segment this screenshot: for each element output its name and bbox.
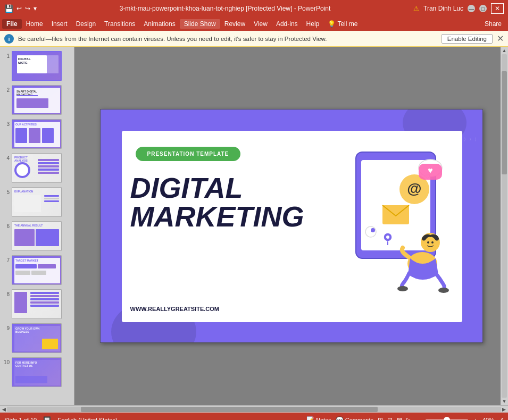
- protected-bar-close[interactable]: ✕: [497, 33, 504, 44]
- vertical-scrollbar[interactable]: ▲ ▼: [501, 47, 508, 405]
- status-right: 📝 Notes 💬 Comments ⊞ ⊟ ⊠ ▷ － ＋ 40% ⤢: [306, 416, 504, 421]
- slide-thumb-4[interactable]: 4 PRODUCTANALYSIS: [0, 151, 74, 185]
- slide-num-5: 5: [3, 187, 10, 195]
- svg-point-14: [427, 241, 429, 243]
- slide-preview-5: EXPLANATION: [12, 187, 62, 217]
- slide-url: WWW.REALLYGREATSITE.COM: [130, 305, 219, 313]
- view-normal-icon[interactable]: ⊞: [378, 416, 383, 420]
- enable-editing-button[interactable]: Enable Editing: [442, 34, 493, 44]
- status-bar: Slide 1 of 10 🔲 English (United States) …: [0, 413, 508, 420]
- fit-slide-icon[interactable]: ⤢: [498, 416, 504, 420]
- protected-view-message: Be careful—files from the Internet can c…: [18, 36, 437, 42]
- slide-title: DIGITAL MARKETING: [130, 173, 304, 231]
- scroll-track-horizontal: [7, 407, 501, 412]
- slide-thumb-6[interactable]: 6 THE ANNUAL RESULT: [0, 219, 74, 253]
- slide-preview-9: GROW YOUR OWNBUSINESS: [12, 323, 62, 353]
- slide-thumb-3[interactable]: 3 OUR ACTIVITIES: [0, 117, 74, 151]
- scroll-thumb-vertical[interactable]: [502, 71, 507, 174]
- info-icon: i: [4, 34, 14, 44]
- view-slide-sorter-icon[interactable]: ⊟: [387, 416, 393, 420]
- minimize-button[interactable]: —: [468, 5, 475, 12]
- insert-menu[interactable]: Insert: [47, 19, 72, 29]
- view-presenter-icon[interactable]: ▷: [406, 416, 411, 420]
- slide-white-area: PRESENTATION TEMPLATE DIGITAL MARKETING …: [122, 131, 462, 322]
- title-bar: 💾 ↩ ↪ ▾ 3-mkt-mau-powerpoint-khoa-luan-t…: [0, 0, 508, 17]
- svg-point-15: [431, 241, 434, 243]
- slide-preview-2: SMART DIGITALMARKETING: [12, 85, 62, 115]
- redo-icon[interactable]: ↪: [25, 5, 30, 12]
- status-left: Slide 1 of 10 🔲 English (United States): [4, 416, 118, 420]
- undo-icon[interactable]: ↩: [16, 5, 22, 12]
- slide-thumb-10[interactable]: 10 FOR MORE INFOCONTACT US: [0, 355, 74, 389]
- comments-button[interactable]: 💬 Comments: [336, 416, 373, 420]
- share-button[interactable]: Share: [480, 19, 506, 29]
- slide-num-8: 8: [3, 289, 10, 297]
- slide-illustration: @: [324, 136, 457, 306]
- warning-icon: ⚠: [413, 5, 419, 12]
- save-icon[interactable]: 💾: [4, 4, 13, 13]
- slide-num-3: 3: [3, 119, 10, 127]
- slide-preview-6: THE ANNUAL RESULT: [12, 221, 62, 251]
- file-menu[interactable]: File: [2, 19, 22, 29]
- slide-panel: 1 DIGITALMKTG 2 SMART DIGITALMARKETING 3…: [0, 47, 74, 405]
- slide-thumb-7[interactable]: 7 TARGET MARKET: [0, 253, 74, 287]
- svg-point-18: [365, 226, 376, 237]
- addins-menu[interactable]: Add-ins: [272, 19, 302, 29]
- slide-thumb-9[interactable]: 9 GROW YOUR OWNBUSINESS: [0, 321, 74, 355]
- svg-point-6: [386, 236, 389, 239]
- scroll-right-arrow[interactable]: ▶: [501, 407, 507, 412]
- transitions-menu[interactable]: Transitions: [100, 19, 139, 29]
- svg-text:♥: ♥: [428, 166, 433, 175]
- scroll-thumb-horizontal[interactable]: [81, 407, 377, 412]
- review-menu[interactable]: Review: [220, 19, 249, 29]
- notes-icon: 📝: [306, 416, 314, 420]
- slide-thumb-1[interactable]: 1 DIGITALMKTG: [0, 49, 74, 83]
- svg-point-19: [371, 228, 375, 232]
- window-title: 3-mkt-mau-powerpoint-khoa-luan-tot-nghie…: [37, 5, 413, 12]
- zoom-thumb: [444, 417, 450, 420]
- notes-button[interactable]: 📝 Notes: [306, 416, 331, 420]
- title-bar-right: ⚠ Tran Dinh Luc — □ ✕: [413, 3, 504, 14]
- username: Tran Dinh Luc: [423, 5, 463, 12]
- close-button[interactable]: ✕: [491, 3, 504, 14]
- slide-num-10: 10: [3, 357, 10, 365]
- svg-point-17: [438, 288, 449, 293]
- slide-num-1: 1: [3, 51, 10, 59]
- zoom-in-icon[interactable]: ＋: [472, 416, 478, 421]
- ribbon-menu-bar: File Home Insert Design Transitions Anim…: [0, 17, 508, 31]
- maximize-button[interactable]: □: [479, 5, 487, 12]
- zoom-out-icon[interactable]: －: [415, 416, 421, 421]
- scroll-left-arrow[interactable]: ◀: [1, 407, 7, 412]
- slide-preview-4: PRODUCTANALYSIS: [12, 153, 62, 183]
- svg-point-16: [397, 286, 408, 291]
- slide-num-7: 7: [3, 255, 10, 263]
- slide-thumb-8[interactable]: 8: [0, 287, 74, 321]
- slide-preview-8: [12, 289, 62, 319]
- slide-preview-3: OUR ACTIVITIES: [12, 119, 62, 149]
- home-menu[interactable]: Home: [22, 19, 47, 29]
- slide-num-6: 6: [3, 221, 10, 229]
- view-menu[interactable]: View: [249, 19, 272, 29]
- view-reading-icon[interactable]: ⊠: [397, 416, 402, 420]
- slideshow-menu[interactable]: Slide Show: [180, 19, 220, 29]
- canvas-area: 〉〉〉〉〉〉〉〉〉〉〉〉〉〉〉〉〉〉〉〉〉〉〉〉〉〉〉〉〉〉〉〉〉〉〉〉〉〉〉〉…: [74, 47, 508, 405]
- slide-num-2: 2: [3, 85, 10, 93]
- animations-menu[interactable]: Animations: [139, 19, 179, 29]
- slide-info: Slide 1 of 10: [4, 417, 37, 420]
- slide-thumb-5[interactable]: 5 EXPLANATION: [0, 185, 74, 219]
- language: English (United States): [57, 417, 118, 420]
- comments-icon: 💬: [336, 416, 344, 420]
- design-menu[interactable]: Design: [72, 19, 100, 29]
- slide-num-4: 4: [3, 153, 10, 161]
- slide-canvas: 〉〉〉〉〉〉〉〉〉〉〉〉〉〉〉〉〉〉〉〉〉〉〉〉〉〉〉〉〉〉〉〉〉〉〉〉〉〉〉〉…: [100, 109, 483, 343]
- tell-me[interactable]: 💡 Tell me: [323, 19, 362, 29]
- title-bar-left: 💾 ↩ ↪ ▾: [4, 4, 37, 13]
- horizontal-scrollbar[interactable]: ◀ ▶: [0, 405, 508, 413]
- protected-view-bar: i Be careful—files from the Internet can…: [0, 31, 508, 47]
- slide-preview-1: DIGITALMKTG: [12, 51, 62, 81]
- zoom-level: 40%: [482, 417, 494, 420]
- help-menu[interactable]: Help: [302, 19, 324, 29]
- svg-text:@: @: [407, 180, 421, 197]
- slide-preview-7: TARGET MARKET: [12, 255, 62, 285]
- slide-thumb-2[interactable]: 2 SMART DIGITALMARKETING: [0, 83, 74, 117]
